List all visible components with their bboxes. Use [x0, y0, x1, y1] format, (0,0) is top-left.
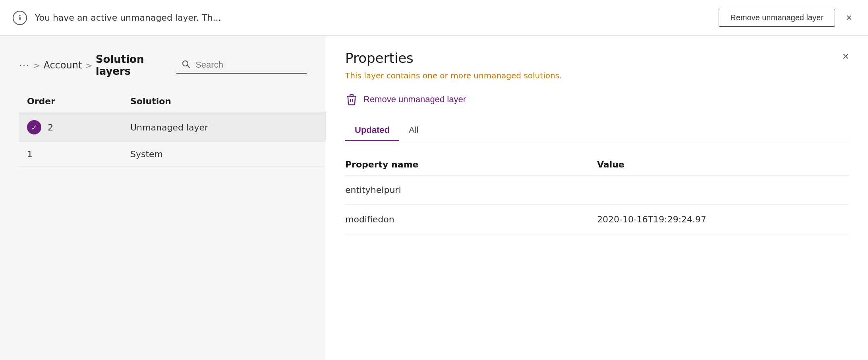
banner-close-button[interactable]: × [843, 12, 855, 24]
row-order-normal: 1 [27, 149, 130, 159]
info-icon: ℹ [13, 11, 27, 25]
tabs-row: Updated All [345, 120, 849, 141]
solution-column-header: Solution [130, 96, 318, 106]
property-name: modifiedon [345, 214, 597, 224]
property-value [597, 185, 849, 195]
svg-line-1 [188, 66, 190, 68]
property-name: entityhelpurl [345, 185, 597, 195]
breadcrumb-current: Solution layers [96, 53, 176, 77]
search-input[interactable] [195, 60, 302, 70]
breadcrumb-sep1: > [33, 60, 40, 70]
order-value: 1 [27, 149, 33, 159]
banner-text: You have an active unmanaged layer. Th..… [35, 13, 711, 23]
solution-value: Unmanaged layer [130, 123, 318, 132]
breadcrumb-dots[interactable]: ··· [19, 60, 30, 70]
property-value: 2020-10-16T19:29:24.97 [597, 214, 849, 224]
breadcrumb: ··· > Account > Solution layers [19, 53, 176, 77]
properties-panel: Properties × This layer contains one or … [326, 36, 868, 360]
breadcrumb-sep2: > [85, 60, 92, 70]
table-header: Order Solution [19, 90, 326, 113]
breadcrumb-row: ··· > Account > Solution layers [0, 36, 326, 90]
tab-all[interactable]: All [399, 120, 428, 141]
selected-check-icon [27, 120, 41, 134]
table-row[interactable]: 1 System [19, 142, 326, 167]
order-value: 2 [48, 123, 53, 132]
props-table-row: modifiedon 2020-10-16T19:29:24.97 [345, 205, 849, 234]
tab-updated[interactable]: Updated [345, 120, 399, 141]
value-column-header: Value [597, 160, 849, 169]
main-area: ··· > Account > Solution layers Order [0, 36, 868, 360]
properties-title: Properties [345, 50, 414, 66]
breadcrumb-account[interactable]: Account [43, 60, 82, 71]
remove-unmanaged-layer-button[interactable]: Remove unmanaged layer [345, 93, 466, 106]
property-name-column-header: Property name [345, 160, 597, 169]
search-icon [181, 59, 191, 70]
props-table-header: Property name Value [345, 154, 849, 175]
order-column-header: Order [27, 96, 130, 106]
properties-close-button[interactable]: × [843, 50, 849, 63]
props-header: Properties × [345, 50, 849, 66]
solution-layers-table: Order Solution 2 Unmanaged layer 1 Syste… [0, 90, 326, 167]
props-table-row: entityhelpurl [345, 175, 849, 205]
table-row[interactable]: 2 Unmanaged layer [19, 113, 326, 142]
left-panel: ··· > Account > Solution layers Order [0, 36, 326, 360]
trash-icon [345, 93, 358, 106]
remove-layer-label: Remove unmanaged layer [363, 94, 466, 105]
solution-value: System [130, 149, 318, 159]
properties-subtitle: This layer contains one or more unmanage… [345, 71, 849, 80]
top-banner: ℹ You have an active unmanaged layer. Th… [0, 0, 868, 36]
remove-unmanaged-layer-banner-button[interactable]: Remove unmanaged layer [719, 9, 835, 27]
row-order-selected: 2 [27, 120, 130, 134]
svg-point-0 [183, 61, 188, 66]
search-box [176, 57, 307, 74]
